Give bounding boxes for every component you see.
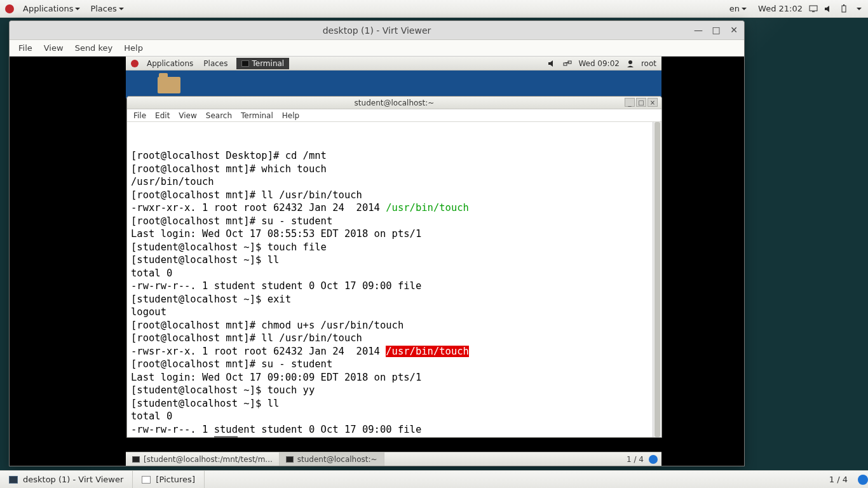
battery-icon[interactable] <box>839 4 848 13</box>
guest-top-panel: Applications Places Terminal Wed 09:02 r… <box>126 57 661 71</box>
virt-viewer-window: desktop (1) - Virt Viewer — □ ✕ File Vie… <box>9 20 745 466</box>
svg-rect-4 <box>843 4 844 6</box>
folder-icon <box>158 77 180 93</box>
virt-viewer-menubar: File View Send key Help <box>10 40 744 57</box>
chevron-down-icon <box>119 8 124 13</box>
terminal-menubar: File Edit View Search Terminal Help <box>127 109 661 122</box>
host-input-lang[interactable]: en <box>724 4 752 13</box>
scrollbar-thumb[interactable] <box>654 122 660 437</box>
guest-bottom-panel: [student@localhost:/mnt/test/m... studen… <box>126 452 661 466</box>
terminal-icon <box>241 60 249 67</box>
guest-workspace-indicator[interactable]: 1 / 4 <box>621 455 649 464</box>
svg-marker-2 <box>825 6 829 12</box>
virt-viewer-icon <box>9 476 18 484</box>
vv-menu-sendkey[interactable]: Send key <box>75 43 113 53</box>
guest-task-terminal-2[interactable]: student@localhost:~ <box>280 452 384 466</box>
virt-viewer-title: desktop (1) - Virt Viewer <box>323 25 431 36</box>
virt-viewer-content[interactable]: Applications Places Terminal Wed 09:02 r… <box>10 57 744 466</box>
terminal-line: [student@localhost ~]$ ll <box>131 397 658 410</box>
minimize-button[interactable]: _ <box>625 98 635 107</box>
guest-places-menu[interactable]: Places <box>198 59 233 68</box>
redhat-logo-icon <box>131 60 139 67</box>
network-icon[interactable] <box>563 59 572 68</box>
guest-terminal-launcher[interactable]: Terminal <box>236 58 289 69</box>
maximize-button[interactable]: □ <box>711 25 721 35</box>
vv-menu-view[interactable]: View <box>44 43 64 53</box>
svg-marker-5 <box>548 60 553 67</box>
host-clock[interactable]: Wed 21:02 <box>758 4 803 13</box>
host-workspace-indicator[interactable]: 1 / 4 <box>823 475 854 484</box>
user-icon[interactable] <box>626 59 635 68</box>
terminal-line: [root@localhost mnt]# ll /usr/bin/touch <box>131 189 658 202</box>
svg-rect-0 <box>810 6 817 11</box>
chevron-down-icon <box>75 8 80 13</box>
term-menu-help[interactable]: Help <box>282 111 299 120</box>
terminal-line: [student@localhost ~]$ touch file <box>131 241 658 254</box>
terminal-line: -rwxr-xr-x. 1 root root 62432 Jan 24 201… <box>131 201 658 215</box>
host-applications-menu[interactable]: Applications <box>18 4 85 13</box>
terminal-window: student@localhost:~ _ □ × File Edit View… <box>126 96 662 438</box>
terminal-line: -rwsr-xr-x. 1 root root 62432 Jan 24 201… <box>131 345 658 358</box>
host-bottom-panel: desktop (1) - Virt Viewer [Pictures] 1 /… <box>0 470 868 488</box>
terminal-line: /usr/bin/touch <box>131 175 658 189</box>
redhat-logo-icon <box>5 4 14 13</box>
terminal-titlebar[interactable]: student@localhost:~ _ □ × <box>127 97 661 109</box>
virt-viewer-titlebar[interactable]: desktop (1) - Virt Viewer — □ ✕ <box>10 21 744 40</box>
term-menu-terminal[interactable]: Terminal <box>241 111 273 120</box>
maximize-button[interactable]: □ <box>636 98 646 107</box>
terminal-title: student@localhost:~ <box>355 98 435 107</box>
terminal-line: total 0 <box>131 410 658 423</box>
terminal-line: [root@localhost mnt]# ll /usr/bin/touch <box>131 332 658 345</box>
guest-nautilus-window[interactable] <box>126 71 661 98</box>
vv-menu-file[interactable]: File <box>18 43 32 53</box>
svg-point-8 <box>628 60 632 64</box>
terminal-line: [root@localhost mnt]# chmod u+s /usr/bin… <box>131 319 658 332</box>
svg-rect-1 <box>812 11 815 12</box>
terminal-line: [root@localhost mnt]# su - student <box>131 358 658 371</box>
guest-clock[interactable]: Wed 09:02 <box>578 59 620 68</box>
term-menu-file[interactable]: File <box>133 111 146 120</box>
monitor-icon[interactable] <box>809 4 818 13</box>
term-menu-search[interactable]: Search <box>206 111 232 120</box>
guest-task-terminal-1[interactable]: [student@localhost:/mnt/test/m... <box>126 452 280 466</box>
minimize-button[interactable]: — <box>693 25 703 35</box>
workspace-switcher-icon[interactable] <box>858 475 868 485</box>
host-top-panel: Applications Places en Wed 21:02 <box>0 0 868 18</box>
chevron-down-icon <box>742 8 747 13</box>
terminal-line: -rw-rw-r--. 1 root student 0 Oct 17 09:0… <box>131 436 658 437</box>
terminal-line: [student@localhost ~]$ exit <box>131 293 658 306</box>
volume-icon[interactable] <box>824 4 833 13</box>
terminal-icon <box>286 456 294 463</box>
terminal-line: [root@localhost mnt]# which touch <box>131 163 658 176</box>
terminal-line: [student@localhost ~]$ touch yy <box>131 384 658 397</box>
terminal-line: -rw-rw-r--. 1 student student 0 Oct 17 0… <box>131 280 658 293</box>
image-viewer-icon <box>142 476 151 484</box>
term-menu-view[interactable]: View <box>179 111 196 120</box>
terminal-line: logout <box>131 306 658 319</box>
close-button[interactable]: × <box>648 98 658 107</box>
terminal-icon <box>132 456 140 463</box>
terminal-line: total 0 <box>131 267 658 280</box>
scrollbar[interactable] <box>653 122 661 437</box>
svg-rect-6 <box>564 63 567 65</box>
terminal-body[interactable]: [root@localhost Desktop]# cd /mnt[root@l… <box>127 122 661 437</box>
terminal-line: [student@localhost ~]$ ll <box>131 254 658 267</box>
guest-applications-menu[interactable]: Applications <box>142 59 198 68</box>
volume-icon[interactable] <box>548 59 557 68</box>
vv-menu-help[interactable]: Help <box>124 43 143 53</box>
host-tray: en Wed 21:02 <box>724 4 868 13</box>
terminal-line: [root@localhost mnt]# su - student <box>131 215 658 228</box>
terminal-line: -rw-rw-r--. 1 student student 0 Oct 17 0… <box>131 423 658 437</box>
term-menu-edit[interactable]: Edit <box>155 111 170 120</box>
terminal-line: Last login: Wed Oct 17 09:00:09 EDT 2018… <box>131 371 658 384</box>
chevron-down-icon[interactable] <box>857 8 862 13</box>
host-task-virt-viewer[interactable]: desktop (1) - Virt Viewer <box>0 471 133 488</box>
terminal-line: [root@localhost Desktop]# cd /mnt <box>131 149 658 163</box>
terminal-line: Last login: Wed Oct 17 08:55:53 EDT 2018… <box>131 227 658 241</box>
workspace-switcher-icon[interactable] <box>649 455 658 464</box>
guest-user-label[interactable]: root <box>641 59 656 68</box>
host-places-menu[interactable]: Places <box>85 4 128 13</box>
host-task-pictures[interactable]: [Pictures] <box>133 471 205 488</box>
close-button[interactable]: ✕ <box>729 25 739 35</box>
svg-rect-3 <box>842 6 846 12</box>
